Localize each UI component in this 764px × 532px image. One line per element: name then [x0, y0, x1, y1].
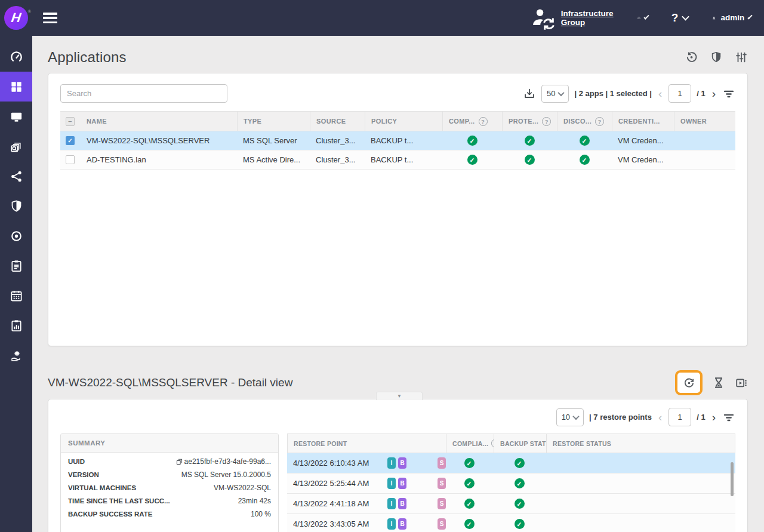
prev-page-button[interactable]: ‹ — [657, 88, 663, 99]
app-credentials: VM Creden... — [612, 136, 674, 145]
backup-ok-icon: ✓ — [515, 499, 525, 509]
filter-icon[interactable] — [722, 411, 735, 424]
column-discovery[interactable]: DISCO...? — [557, 112, 612, 131]
compliance-ok-icon: ✓ — [464, 499, 475, 509]
export-icon[interactable] — [523, 87, 536, 100]
search-input[interactable] — [60, 84, 227, 103]
help-icon[interactable]: ? — [595, 117, 604, 126]
grid-icon — [10, 80, 23, 94]
chevron-down-icon — [643, 14, 649, 20]
hycu-logo-icon: H — [4, 6, 28, 30]
column-restore-status[interactable]: RESTORE STATUS — [546, 434, 735, 453]
restore-point-time: 4/13/2022 3:43:05 AM — [293, 519, 387, 528]
restore-points-pagination: 10 | 7 restore points ‹ / 1 › — [48, 399, 747, 433]
user-menu[interactable]: admin — [712, 13, 751, 22]
next-page-button[interactable]: › — [711, 411, 717, 423]
infrastructure-group-link[interactable]: Infrastructure Group — [561, 9, 614, 27]
copy-icon[interactable] — [175, 458, 183, 466]
sidebar-item-dashboard[interactable] — [0, 42, 32, 72]
sidebar-item-shares[interactable] — [0, 161, 32, 191]
restore-page-size-select[interactable]: 10 — [556, 408, 584, 426]
sidebar-item-reports[interactable] — [0, 310, 32, 340]
column-compliance[interactable]: COMPLIA...? — [446, 434, 494, 453]
chevron-down-icon — [572, 413, 579, 419]
snapshot-badge: S — [438, 518, 446, 530]
sliders-icon[interactable] — [735, 51, 748, 64]
snapshot-badge: S — [438, 478, 446, 489]
sidebar-item-virtual-machines[interactable] — [0, 102, 32, 131]
restore-point-row[interactable]: 4/13/2022 3:43:05 AM I B S ✓ ✓ — [287, 514, 735, 532]
restore-point-row[interactable]: 4/13/2022 5:25:44 AM I B S ✓ ✓ — [287, 473, 735, 494]
table-row[interactable]: ✓ VM-WS2022-SQL\MSSQLSERVER MS SQL Serve… — [60, 131, 735, 150]
chevron-down-icon — [558, 89, 565, 96]
column-restore-point[interactable]: RESTORE POINT — [288, 434, 446, 453]
column-name[interactable]: NAME — [81, 112, 237, 131]
app-policy: BACKUP t... — [365, 136, 442, 145]
sidebar-item-policies[interactable] — [0, 191, 32, 221]
page-size-select[interactable]: 50 — [541, 85, 569, 103]
snapshot-stack-icon — [10, 140, 23, 153]
column-backup-status[interactable]: BACKUP STATUS — [494, 434, 546, 453]
sidebar-item-snapshots[interactable] — [0, 131, 32, 161]
help-menu[interactable]: ? — [671, 11, 689, 24]
target-icon — [10, 229, 23, 243]
compliance-ok-icon: ✓ — [464, 458, 475, 468]
restore-vm-icon[interactable] — [735, 376, 748, 389]
app-credentials: VM Creden... — [612, 155, 674, 164]
brand-logo[interactable]: H ® — [0, 6, 32, 30]
page-number-input[interactable] — [668, 84, 691, 103]
protection-ok-icon: ✓ — [525, 136, 535, 146]
table-row[interactable]: AD-TESTING.lan MS Active Dire... Cluster… — [60, 150, 735, 170]
summary-box: SUMMARY UUID ae215fbf-e7d3-4afe-99a6... … — [60, 433, 279, 532]
compliance-ok-icon: ✓ — [464, 519, 475, 529]
sidebar-item-targets[interactable] — [0, 221, 32, 251]
sidebar-item-events[interactable] — [0, 281, 32, 310]
infrastructure-group[interactable]: Infrastructure Group — [530, 5, 614, 31]
column-credentials[interactable]: CREDENTI... — [612, 112, 674, 131]
detail-actions — [675, 370, 748, 395]
detail-title: VM-WS2022-SQL\MSSQLSERVER - Detail view — [48, 376, 292, 389]
select-all-checkbox[interactable]: – — [66, 117, 75, 126]
collapse-panel-handle[interactable]: ▼ — [376, 392, 423, 400]
restore-count-text: | 7 restore points — [589, 413, 652, 422]
restore-table-header: RESTORE POINT COMPLIA...? BACKUP STATUS … — [287, 433, 735, 453]
shield-compliance-icon[interactable] — [710, 51, 723, 64]
incremental-badge: I — [387, 518, 396, 530]
summary-row-last-backup: TIME SINCE THE LAST SUCC... 23min 42s — [61, 494, 278, 508]
page-total-text: / 1 — [697, 89, 705, 98]
backup-now-button[interactable] — [675, 370, 703, 395]
prev-page-button[interactable]: ‹ — [657, 411, 663, 423]
restore-page-number-input[interactable] — [668, 408, 691, 426]
row-checkbox[interactable] — [66, 155, 75, 164]
restore-point-row[interactable]: 4/13/2022 4:41:18 AM I B S ✓ ✓ — [287, 494, 735, 514]
summary-value: MS SQL Server 15.0.2000.5 — [181, 471, 271, 479]
hourglass-icon[interactable] — [712, 376, 725, 389]
app-source: Cluster_3... — [310, 136, 365, 145]
restore-point-row[interactable]: 4/13/2022 6:10:43 AM I B S ✓ ✓ — [287, 453, 735, 473]
app-type: MS SQL Server — [237, 136, 310, 145]
help-icon[interactable]: ? — [542, 117, 551, 126]
column-protection[interactable]: PROTE...? — [502, 112, 557, 131]
sidebar-item-tasks[interactable] — [0, 251, 32, 281]
calendar-icon — [10, 289, 23, 303]
applications-pagination: 50 | 2 apps | 1 selected | ‹ / 1 › — [523, 84, 735, 103]
summary-title: SUMMARY — [61, 434, 278, 453]
registered-mark: ® — [28, 10, 31, 14]
vertical-scrollbar[interactable] — [731, 462, 734, 496]
sidebar-item-applications[interactable] — [0, 72, 32, 102]
column-type[interactable]: TYPE — [237, 112, 310, 131]
sidebar-item-administration[interactable] — [0, 340, 32, 370]
main-content: Applications 50 | 2 apps | 1 selected | … — [32, 36, 764, 532]
column-owner[interactable]: OWNER — [674, 112, 735, 131]
menu-toggle-icon[interactable] — [43, 13, 57, 23]
column-compliance[interactable]: COMP...? — [442, 112, 502, 131]
restore-history-icon[interactable] — [685, 51, 698, 64]
column-source[interactable]: SOURCE — [310, 112, 365, 131]
help-icon[interactable]: ? — [479, 117, 488, 126]
next-page-button[interactable]: › — [711, 88, 717, 99]
filter-icon[interactable] — [722, 87, 735, 100]
column-policy[interactable]: POLICY — [365, 112, 442, 131]
row-checkbox[interactable]: ✓ — [66, 136, 75, 145]
settings-menu[interactable] — [637, 15, 648, 20]
apps-count-text: | 2 apps | 1 selected | — [574, 89, 651, 98]
